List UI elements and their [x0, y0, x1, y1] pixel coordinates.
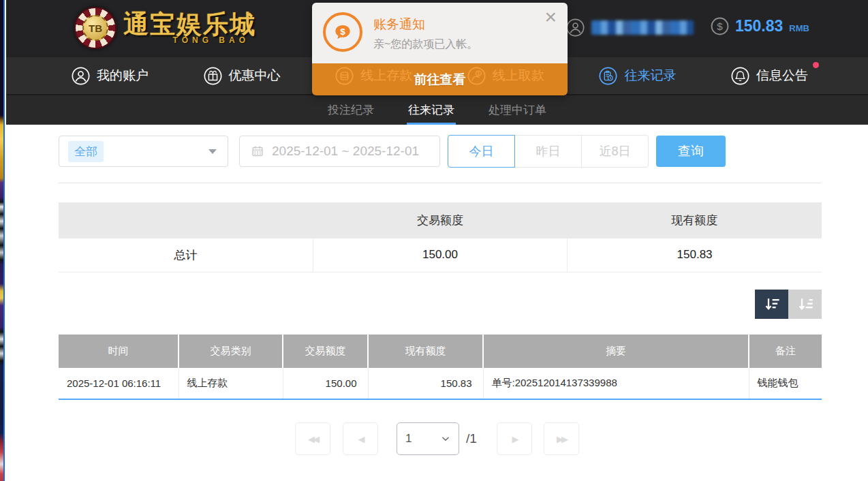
notice-title: 账务通知 — [373, 16, 425, 33]
summary-table: 交易额度 现有额度 总计 150.00 150.83 — [59, 202, 822, 273]
go-view-button[interactable]: 前往查看 — [312, 63, 568, 95]
logo-subtitle: TONG BAO — [173, 35, 249, 45]
search-button[interactable]: 查询 — [656, 136, 726, 167]
summary-header-row: 交易额度 现有额度 — [59, 202, 822, 238]
chevron-down-icon — [208, 149, 217, 154]
previous-page-button[interactable]: ◀ — [343, 422, 378, 455]
chevron-down-icon — [441, 434, 450, 444]
records-icon — [599, 67, 617, 85]
summary-current-amount: 150.83 — [568, 238, 822, 272]
nav-item-announcements[interactable]: 信息公告 — [731, 67, 808, 85]
notice-message: 亲~您的款项已入帐。 — [373, 37, 478, 52]
username-masked — [591, 20, 694, 35]
gift-icon — [204, 67, 222, 85]
close-icon[interactable]: × — [544, 7, 557, 27]
record-time: 2025-12-01 06:16:11 — [59, 368, 179, 399]
records-header-transaction-amount: 交易额度 — [283, 335, 368, 368]
record-type: 线上存款 — [179, 368, 283, 399]
last-8-days-button[interactable]: 近8日 — [581, 135, 649, 168]
records-header-time: 时间 — [59, 335, 179, 368]
records-header-type: 交易类别 — [179, 335, 283, 368]
total-pages-label: /1 — [466, 431, 477, 446]
bell-icon — [731, 67, 749, 85]
records-header-row: 时间 交易类别 交易额度 现有额度 摘要 备注 — [59, 335, 822, 368]
summary-header-empty — [59, 202, 313, 238]
table-row: 2025-12-01 06:16:11 线上存款 150.00 150.83 单… — [59, 368, 822, 399]
summary-header-current-amount: 现有额度 — [568, 202, 822, 238]
nav-label: 优惠中心 — [229, 67, 281, 84]
sort-buttons — [755, 290, 822, 319]
record-remark: 钱能钱包 — [749, 368, 822, 399]
casino-chip-icon: TB — [74, 7, 117, 49]
sort-ascending-button[interactable] — [788, 290, 822, 319]
tab-strip: 投注纪录 往来记录 处理中订单 — [6, 94, 868, 125]
balance-amount: 150.83 — [735, 17, 783, 35]
summary-total-label: 总计 — [59, 238, 313, 272]
user-avatar-icon — [566, 18, 585, 37]
svg-text:$: $ — [340, 27, 345, 37]
site-logo[interactable]: TB 通宝娱乐城 TONG BAO — [74, 7, 256, 49]
quick-date-buttons: 今日 昨日 近8日 — [448, 135, 649, 168]
record-transaction-amount: 150.00 — [283, 368, 368, 399]
background-page-sliver — [0, 0, 5, 481]
records-header-summary: 摘要 — [483, 335, 749, 368]
notification-badge-dot — [813, 62, 819, 68]
next-page-button[interactable]: ▶ — [497, 422, 532, 455]
nav-label: 信息公告 — [756, 67, 808, 84]
balance-block: $ 150.83 RMB — [711, 17, 809, 35]
page-select-value: 1 — [405, 432, 412, 446]
records-header-remark: 备注 — [749, 335, 822, 368]
nav-item-transaction-records[interactable]: 往来记录 — [599, 67, 676, 85]
logo-title: 通宝娱乐城 — [123, 11, 256, 39]
page: TB 通宝娱乐城 TONG BAO $ — [0, 0, 868, 481]
calendar-icon — [250, 144, 265, 159]
svg-text:$: $ — [717, 20, 723, 32]
last-page-button[interactable]: ▶▶ — [544, 422, 579, 455]
sort-descending-icon — [762, 294, 782, 315]
logo-text: 通宝娱乐城 TONG BAO — [123, 11, 256, 46]
nav-label: 往来记录 — [624, 67, 676, 84]
section-divider — [59, 183, 822, 183]
account-notice-popup: $ 账务通知 亲~您的款项已入帐。 × 前往查看 — [312, 3, 568, 95]
nav-item-promotions[interactable]: 优惠中心 — [204, 67, 281, 85]
sort-descending-button[interactable] — [755, 290, 788, 319]
type-select-value: 全部 — [68, 141, 104, 162]
date-range-value: 2025-12-01 ~ 2025-12-01 — [272, 144, 419, 159]
records-table: 时间 交易类别 交易额度 现有额度 摘要 备注 2025-12-01 06:16… — [59, 335, 822, 400]
type-select[interactable]: 全部 — [59, 136, 228, 167]
nav-item-my-account[interactable]: 我的账户 — [72, 67, 149, 85]
summary-total-row: 总计 150.00 150.83 — [59, 238, 822, 272]
record-current-amount: 150.83 — [368, 368, 483, 399]
date-range-input[interactable]: 2025-12-01 ~ 2025-12-01 — [239, 136, 440, 167]
summary-transaction-amount: 150.00 — [313, 238, 567, 272]
summary-header-transaction-amount: 交易额度 — [313, 202, 567, 238]
tab-betting-records[interactable]: 投注纪录 — [326, 95, 375, 125]
person-icon — [72, 67, 90, 85]
page-select[interactable]: 1 — [397, 422, 459, 455]
tab-transaction-records[interactable]: 往来记录 — [407, 95, 456, 125]
user-block — [566, 18, 694, 37]
record-summary: 单号:202512014137339988 — [483, 368, 749, 399]
money-message-icon: $ — [323, 12, 362, 52]
records-header-current-amount: 现有额度 — [368, 335, 483, 368]
content-area: 全部 2025-12-01 ~ 2025-12-01 — [6, 125, 868, 481]
pagination: ◀◀ ◀ 1 /1 ▶ ▶▶ — [6, 422, 868, 455]
nav-label: 我的账户 — [97, 67, 149, 84]
yesterday-button[interactable]: 昨日 — [514, 135, 582, 168]
sort-ascending-icon — [795, 294, 816, 315]
dollar-circle-icon: $ — [711, 17, 729, 35]
tab-processing-orders[interactable]: 处理中订单 — [487, 95, 548, 125]
filter-row: 全部 2025-12-01 ~ 2025-12-01 — [59, 135, 726, 168]
notice-body: $ 账务通知 亲~您的款项已入帐。 × — [312, 3, 568, 63]
balance-currency: RMB — [789, 23, 809, 33]
chip-tb-label: TB — [82, 15, 108, 41]
today-button[interactable]: 今日 — [448, 135, 515, 168]
first-page-button[interactable]: ◀◀ — [295, 422, 330, 455]
